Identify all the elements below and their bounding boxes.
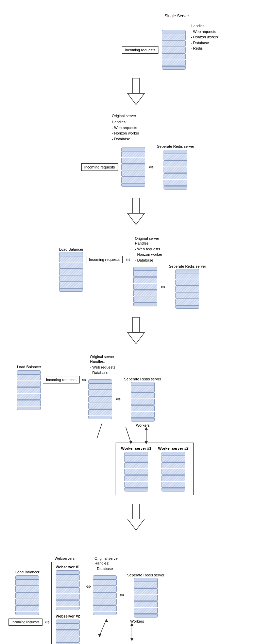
- svg-marker-15: [130, 623, 134, 626]
- diagram4-workers-label: Workers: [136, 423, 150, 427]
- svg-rect-10: [133, 504, 139, 519]
- diagram2-redis-label: Seperate Redis server: [157, 144, 194, 148]
- diagram3-lb-label: Load Balancer: [59, 247, 83, 251]
- diagram5-workers-box: Worker server #1 Worker server #2: [93, 642, 167, 644]
- down-arrow-4: [7, 504, 265, 531]
- svg-marker-11: [128, 519, 144, 530]
- diagram3-original-label: Original server: [135, 236, 163, 240]
- down-arrow-svg-4: [124, 504, 148, 531]
- double-arrow-2: ⇔: [149, 163, 154, 171]
- diagram4-workers-box: Worker server #1 Worker server #2: [116, 443, 194, 495]
- diagram1-server: [162, 30, 186, 70]
- down-arrow-svg-1: [124, 78, 148, 105]
- diagram1-section: Single Server Incoming requests: [7, 7, 265, 76]
- diagram5-workers-label: Workers: [130, 619, 144, 623]
- double-arrow-4b: ⇔: [116, 395, 121, 403]
- diagram1-incoming-box: Incoming requests: [122, 46, 158, 54]
- double-arrow-4a: ⇔: [82, 376, 87, 383]
- diagram5-redis-label: Seperate Redis server: [127, 573, 164, 577]
- diagram5-original-label: Original server: [95, 556, 167, 560]
- svg-marker-12: [98, 634, 101, 637]
- down-arrow-svg-2: [124, 198, 148, 225]
- diagram5-handles: Handles: - Database: [95, 560, 167, 572]
- diagram5-webservers-label: Webservers: [55, 556, 84, 560]
- diagram4-lb-server: [17, 370, 41, 410]
- double-arrow-5b: ⇔: [86, 583, 91, 590]
- double-arrow-5c: ⇔: [119, 591, 124, 599]
- diagram5-lb-label: Load Balancer: [15, 570, 39, 574]
- diagram3-section: Load Balancer Incoming requests ⇔: [7, 227, 265, 316]
- double-arrow-5a: ⇔: [45, 619, 50, 626]
- down-arrow-2: [7, 198, 265, 225]
- diagram4-lb-label: Load Balancer: [17, 365, 41, 369]
- double-arrow-3a: ⇔: [125, 256, 131, 263]
- diagram2-original-server: [121, 147, 145, 187]
- diagram3-redis-label: Seperate Redis server: [169, 264, 206, 268]
- diagram3-original-server: [133, 267, 157, 306]
- svg-marker-9: [144, 427, 148, 430]
- svg-marker-3: [128, 213, 144, 225]
- diagram2-handles: Handles: - Web requests - Horizon worker…: [112, 119, 194, 142]
- diagram5-webserver1: Webserver #1: [56, 565, 80, 610]
- diagram3-incoming-label: Incoming requests: [86, 256, 123, 263]
- diagram5-worker-arrow-right: [123, 623, 140, 642]
- diagram3-handles: Handles: - Web requests - Horizon worker…: [135, 240, 163, 263]
- diagram5-section: Load Balancer Incoming requests ⇔: [7, 533, 265, 644]
- diagram4-section: Load Balancer Incoming requests ⇔: [7, 346, 265, 502]
- double-arrow-3b: ⇔: [160, 283, 166, 290]
- diagram4-redis-server: [131, 382, 155, 422]
- svg-rect-0: [133, 78, 139, 93]
- diagram1-handles: Handles: - Web requests - Horizon worker…: [191, 23, 218, 51]
- workers-arrow-left: [95, 423, 116, 440]
- diagram2-original-label: Original server: [112, 114, 194, 118]
- svg-marker-16: [130, 638, 134, 641]
- diagram5-original-server: [93, 575, 117, 615]
- diagram4-handles: Handles: - Web requests - Database: [90, 359, 161, 376]
- diagram3-redis-server: [175, 269, 199, 309]
- diagram4-original-label: Original server: [90, 355, 161, 359]
- svg-marker-5: [128, 333, 144, 344]
- diagram5-incoming-label: Incoming requests: [8, 619, 42, 626]
- svg-rect-2: [133, 198, 139, 213]
- diagram4-worker1: Worker server #1: [121, 446, 151, 491]
- diagram4-incoming-label: Incoming requests: [43, 376, 80, 383]
- diagram4-original-server: [88, 379, 112, 419]
- diagram5-redis-server: [134, 578, 158, 618]
- diagram1-incoming-label: Incoming requests: [122, 46, 158, 54]
- diagram1-title: Single Server: [135, 14, 218, 18]
- diagram2-section: Original server Handles: - Web requests …: [7, 107, 265, 196]
- svg-rect-4: [133, 317, 139, 333]
- down-arrow-3: [7, 317, 265, 344]
- down-arrow-svg-3: [124, 317, 148, 344]
- diagram5-webserver2: Webserver #2: [56, 614, 80, 644]
- diagram4-redis-label: Seperate Redis server: [124, 377, 161, 381]
- diagram2-redis-server: [164, 150, 187, 190]
- diagram5-webservers-box: Webserver #1 Webserver #2: [51, 562, 84, 644]
- diagram4-worker2: Worker server #2: [158, 446, 188, 491]
- svg-marker-1: [128, 93, 144, 105]
- svg-marker-13: [105, 619, 108, 622]
- diagram3-lb-server: [59, 252, 83, 292]
- diagram2-incoming-label: Incoming requests: [81, 163, 118, 171]
- diagram5-worker-arrow-left: [96, 619, 113, 638]
- diagram5-lb-server: [15, 575, 39, 615]
- down-arrow-1: [7, 78, 265, 105]
